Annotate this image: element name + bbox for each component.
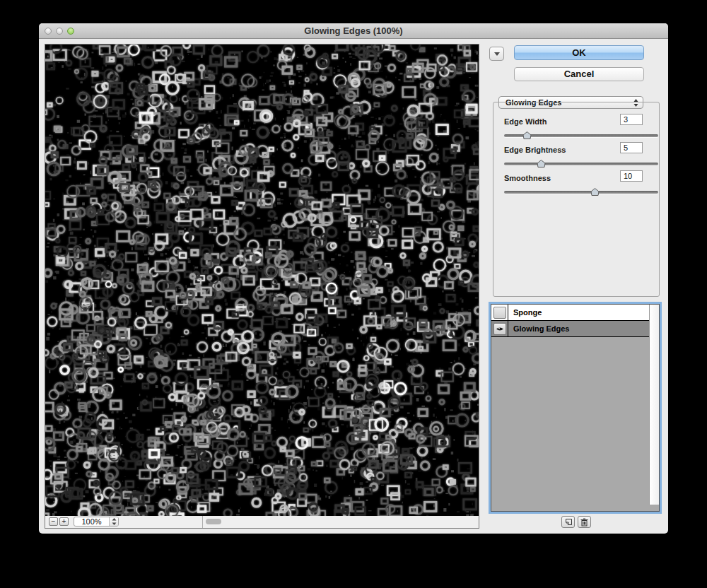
slider-track[interactable] bbox=[504, 191, 658, 194]
zoom-level-field[interactable]: 100% bbox=[74, 517, 119, 527]
zoom-in-button[interactable]: + bbox=[59, 517, 69, 526]
eye-icon bbox=[496, 326, 504, 332]
chevron-up-down-icon bbox=[112, 518, 117, 525]
minimize-button[interactable] bbox=[56, 28, 63, 35]
visibility-cell bbox=[491, 305, 508, 320]
visibility-toggle[interactable] bbox=[493, 323, 506, 335]
list-item[interactable]: Glowing Edges bbox=[491, 321, 659, 337]
visibility-toggle[interactable] bbox=[493, 307, 506, 319]
zoom-stepper[interactable] bbox=[109, 517, 118, 526]
delete-effect-layer-button[interactable] bbox=[578, 516, 591, 528]
slider-value-input[interactable] bbox=[620, 142, 643, 153]
cancel-button[interactable]: Cancel bbox=[514, 67, 644, 81]
new-effect-layer-button[interactable] bbox=[561, 516, 575, 528]
effect-layer-list: Sponge Glowing Edges bbox=[491, 304, 660, 512]
zoom-out-button[interactable]: − bbox=[49, 517, 58, 526]
slider-value-input[interactable] bbox=[620, 170, 643, 182]
slider-value-input[interactable] bbox=[620, 114, 643, 125]
layer-name: Sponge bbox=[508, 305, 542, 320]
zoom-level-value: 100% bbox=[74, 517, 109, 526]
trash-icon bbox=[580, 518, 588, 527]
filter-preview-panel: − + 100% bbox=[45, 44, 479, 529]
scrollbar-divider bbox=[202, 516, 203, 528]
filter-options-group: Edge Width Edge Brightness Smoothness bbox=[493, 102, 660, 297]
slider-thumb[interactable] bbox=[537, 158, 546, 165]
layer-name: Glowing Edges bbox=[508, 321, 569, 336]
horizontal-scrollbar-thumb[interactable] bbox=[206, 519, 221, 524]
window-title: Glowing Edges (100%) bbox=[39, 23, 668, 38]
slider-track[interactable] bbox=[504, 163, 658, 165]
filter-preview-canvas[interactable] bbox=[45, 45, 479, 516]
preview-status-strip: − + 100% bbox=[45, 516, 479, 528]
slider-label: Edge Width bbox=[504, 117, 547, 126]
visibility-cell bbox=[491, 321, 508, 336]
disclosure-button[interactable] bbox=[489, 47, 504, 61]
close-button[interactable] bbox=[45, 28, 52, 35]
new-layer-icon bbox=[564, 518, 573, 527]
slider-label: Edge Brightness bbox=[504, 146, 566, 154]
triangle-down-icon bbox=[494, 52, 500, 56]
slider-label: Smoothness bbox=[504, 174, 551, 182]
slider-thumb[interactable] bbox=[522, 129, 532, 137]
zoom-window-button[interactable] bbox=[67, 28, 74, 35]
ok-button[interactable]: OK bbox=[514, 45, 644, 60]
list-item[interactable]: Sponge bbox=[491, 305, 659, 321]
slider-thumb[interactable] bbox=[590, 186, 600, 194]
glowing-edges-dialog: Glowing Edges (100%) − + 100% bbox=[39, 23, 668, 534]
title-bar[interactable]: Glowing Edges (100%) bbox=[39, 23, 668, 39]
list-vertical-scrollbar[interactable] bbox=[649, 305, 659, 505]
